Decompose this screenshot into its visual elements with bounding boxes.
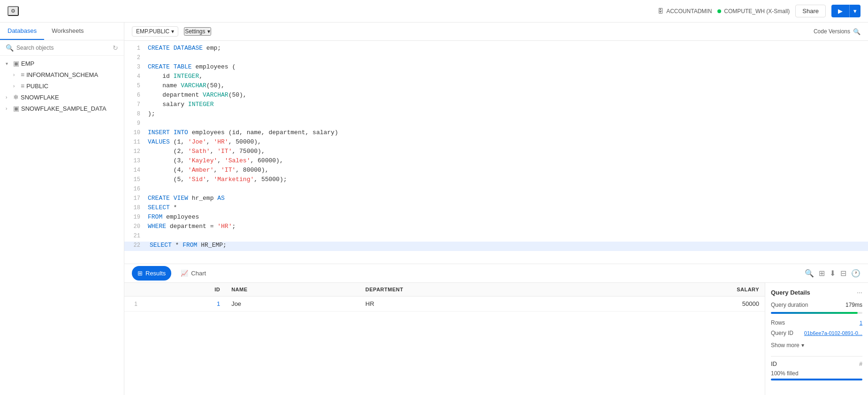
tab-worksheets[interactable]: Worksheets (44, 23, 91, 40)
line-number: 4 (124, 73, 148, 80)
results-table-area: ID NAME DEPARTMENT SALARY 1 1 Joe HR 500… (124, 283, 765, 395)
rows-label: Rows (771, 319, 785, 326)
cell-id: 1 (143, 296, 226, 311)
chevron-right-icon: › (6, 95, 11, 100)
chevron-down-icon: ▾ (6, 61, 11, 66)
line-content: id INTEGER, (148, 73, 868, 80)
line-content: (4, 'Amber', 'IT', 80000), (148, 167, 868, 174)
sidebar-search-bar: 🔍 ↻ (0, 40, 124, 56)
query-id-row: Query ID 01b6ee7a-0102-0891-0... (771, 330, 862, 336)
sidebar-item-label-emp: EMP (21, 60, 34, 67)
code-line-9: 9 (124, 120, 868, 129)
hash-icon: # (859, 361, 862, 367)
chart-tab-icon: 📈 (181, 270, 188, 277)
code-line-15: 15 (5, 'Sid', 'Marketing', 55000); (124, 176, 868, 185)
line-number: 13 (124, 157, 148, 164)
settings-button[interactable]: Settings ▾ (184, 27, 211, 36)
search-icon: 🔍 (853, 28, 860, 35)
line-content: FROM employees (148, 213, 868, 220)
code-editor[interactable]: 1CREATE DATABASE emp;23CREATE TABLE empl… (124, 41, 868, 264)
line-number: 10 (124, 129, 148, 136)
split-icon[interactable]: ⊟ (840, 269, 846, 278)
rows-value[interactable]: 1 (860, 320, 862, 326)
code-line-11: 11VALUES (1, 'Joe', 'HR', 50000), (124, 138, 868, 148)
share-button[interactable]: Share (795, 5, 826, 17)
db-small-icon: 🗄 (658, 8, 663, 15)
filter-button[interactable]: ⚙ (8, 6, 19, 16)
chevron-right-icon: › (13, 72, 19, 77)
col-header-department: DEPARTMENT (360, 283, 600, 296)
run-icon: ▶ (838, 8, 843, 15)
code-line-2: 2 (124, 54, 868, 63)
editor-toolbar: EMP.PUBLIC ▾ Settings ▾ Code Versions 🔍 (124, 23, 868, 41)
download-icon[interactable]: ⬇ (830, 269, 836, 278)
col-id-label: ID (771, 360, 777, 367)
line-content: department VARCHAR(50), (148, 91, 868, 99)
search-input[interactable] (16, 45, 110, 51)
chevron-down-icon: ▾ (171, 28, 174, 35)
database-icon: ▣ (13, 60, 19, 67)
refresh-icon[interactable]: ↻ (113, 44, 118, 52)
code-line-22: 22SELECT * FROM HR_EMP; (124, 242, 868, 251)
code-line-13: 13 (3, 'Kayley', 'Sales', 60000), (124, 157, 868, 167)
breadcrumb-button[interactable]: EMP.PUBLIC ▾ (132, 26, 178, 37)
col-header-id: ID (143, 283, 226, 296)
duration-progress-bar (771, 312, 862, 314)
sidebar-item-label-public: PUBLIC (26, 83, 48, 90)
code-versions-button[interactable]: Code Versions 🔍 (814, 28, 860, 35)
line-number: 16 (124, 185, 148, 192)
topbar-right: 🗄 ACCOUNTADMIN COMPUTE_WH (X-Small) Shar… (658, 5, 860, 17)
query-details-panel: Query Details ··· Query duration 179ms R… (765, 283, 868, 395)
show-more-label: Show more (771, 342, 799, 349)
database-icon: ▣ (13, 105, 19, 112)
code-line-3: 3CREATE TABLE employees ( (124, 63, 868, 73)
query-id-value[interactable]: 01b6ee7a-0102-0891-0... (804, 330, 862, 336)
code-line-21: 21 (124, 232, 868, 242)
line-content: SELECT * FROM HR_EMP; (150, 242, 868, 249)
duration-label: Query duration (771, 302, 808, 308)
line-number: 8 (124, 110, 148, 117)
line-number: 6 (124, 91, 148, 99)
cell-salary: 50000 (600, 296, 765, 311)
code-line-19: 19FROM employees (124, 213, 868, 223)
duration-progress-fill (771, 312, 858, 314)
code-line-20: 20WHERE department = 'HR'; (124, 223, 868, 232)
chart-tab-label: Chart (191, 270, 206, 277)
query-id-label: Query ID (771, 330, 793, 336)
code-line-16: 16 (124, 185, 868, 195)
code-line-14: 14 (4, 'Amber', 'IT', 80000), (124, 167, 868, 176)
col-header-salary: SALARY (600, 283, 765, 296)
code-line-1: 1CREATE DATABASE emp; (124, 45, 868, 54)
run-dropdown-button[interactable]: ▾ (849, 5, 860, 17)
line-number: 3 (124, 63, 148, 70)
sidebar-item-information-schema[interactable]: › ≡ INFORMATION_SCHEMA (0, 69, 124, 80)
line-content: salary INTEGER (148, 101, 868, 108)
results-tab-icon: ⊞ (137, 270, 143, 277)
sidebar-item-snowflake-sample-data[interactable]: › ▣ SNOWFLAKE_SAMPLE_DATA (0, 103, 124, 114)
query-details-header: Query Details ··· (771, 289, 862, 296)
show-more-button[interactable]: Show more ▾ (771, 340, 862, 350)
line-number: 21 (124, 232, 148, 239)
search-results-icon[interactable]: 🔍 (805, 269, 814, 278)
results-tab-label: Results (145, 270, 166, 277)
code-line-18: 18SELECT * (124, 204, 868, 213)
sidebar-item-public[interactable]: › ≡ PUBLIC (0, 80, 124, 91)
line-content: VALUES (1, 'Joe', 'HR', 50000), (148, 138, 868, 145)
chevron-down-icon: ▾ (207, 28, 210, 35)
more-options-icon[interactable]: ··· (857, 289, 862, 296)
tab-chart[interactable]: 📈 Chart (175, 266, 212, 281)
code-versions-label: Code Versions (814, 28, 850, 35)
fill-bar-container (771, 379, 862, 380)
sidebar-item-emp[interactable]: ▾ ▣ EMP (0, 58, 124, 69)
clock-icon[interactable]: 🕐 (851, 269, 860, 278)
table-row: 1 1 Joe HR 50000 (124, 296, 765, 311)
tab-results[interactable]: ⊞ Results (132, 266, 171, 281)
line-content: SELECT * (148, 204, 868, 211)
tab-databases[interactable]: Databases (0, 23, 44, 40)
settings-label: Settings (185, 28, 205, 35)
run-button[interactable]: ▶ (831, 5, 849, 17)
fill-bar-fill (771, 379, 862, 380)
columns-icon[interactable]: ⊞ (819, 269, 825, 278)
sidebar-item-snowflake[interactable]: › ❄ SNOWFLAKE (0, 91, 124, 103)
section-divider (771, 356, 862, 357)
